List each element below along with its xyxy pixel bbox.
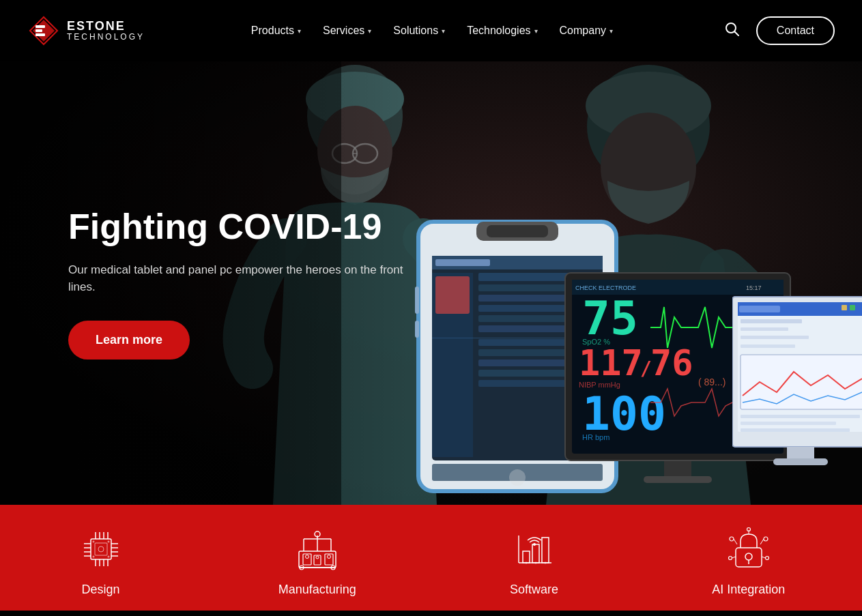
chevron-down-icon: ▾ [298,27,301,35]
svg-rect-5 [35,33,45,36]
svg-text:76: 76 [650,342,693,383]
svg-rect-81 [773,458,828,465]
svg-point-134 [764,537,768,541]
svg-rect-28 [435,276,470,314]
learn-more-label: Learn more [96,333,162,347]
chart-icon [511,525,558,573]
svg-rect-43 [415,287,419,314]
brand-name-line2: TECHNOLOGY [67,33,145,42]
nav-item-products[interactable]: Products ▾ [242,19,311,42]
svg-rect-112 [314,555,321,565]
ai-integration-label: AI Integration [712,583,785,597]
svg-point-102 [107,541,109,543]
nav-link-technologies[interactable]: Technologies ▾ [457,19,547,42]
svg-point-130 [745,553,752,560]
chevron-down-icon: ▾ [442,27,445,35]
design-icon [77,525,125,573]
nav-label-solutions: Solutions [393,25,438,37]
ai-integration-icon [725,525,773,573]
svg-point-125 [533,543,536,546]
contact-button[interactable]: Contact [756,16,835,45]
svg-point-103 [92,556,94,558]
nav-link-company[interactable]: Company ▾ [550,19,622,42]
svg-point-42 [509,469,526,486]
service-item-ai-integration[interactable]: AI Integration [712,525,785,597]
logo[interactable]: ESTONE TECHNOLOGY [27,14,145,47]
chevron-down-icon: ▾ [534,27,538,35]
nav-label-technologies: Technologies [467,25,530,37]
svg-point-116 [327,555,330,559]
svg-point-126 [525,562,527,564]
svg-rect-3 [35,25,45,28]
svg-text:117: 117 [579,342,643,383]
svg-rect-74 [741,344,795,348]
svg-rect-73 [741,336,809,339]
svg-point-138 [765,557,768,560]
svg-rect-72 [741,327,788,331]
learn-more-button[interactable]: Learn more [68,321,190,360]
svg-rect-79 [741,428,850,432]
nav-label-products: Products [251,25,294,37]
svg-point-132 [730,537,734,541]
nav-link-services[interactable]: Services ▾ [313,19,381,42]
logo-text: ESTONE TECHNOLOGY [67,20,145,42]
svg-rect-77 [741,415,860,418]
chevron-down-icon: ▾ [609,27,613,35]
svg-text:( 89...): ( 89...) [698,377,725,387]
chevron-down-icon: ▾ [368,27,371,35]
factory-icon [293,525,341,573]
service-item-software[interactable]: Software [510,525,558,597]
hero-content: Fighting COVID-19 Our medical tablet and… [68,207,410,360]
nav-link-solutions[interactable]: Solutions ▾ [384,19,455,42]
contact-label: Contact [777,25,814,36]
service-item-manufacturing[interactable]: Manufacturing [278,525,356,597]
svg-line-139 [762,557,766,558]
svg-line-7 [734,31,738,35]
svg-point-128 [544,562,546,564]
nav-label-company: Company [560,25,606,37]
service-item-design[interactable]: Design [77,525,125,597]
nav-item-services[interactable]: Services ▾ [313,19,381,42]
svg-rect-111 [303,554,311,565]
nav-link-products[interactable]: Products ▾ [242,19,311,42]
svg-line-133 [734,539,737,544]
search-icon [725,22,740,37]
svg-rect-23 [487,225,548,237]
svg-rect-70 [850,305,855,310]
nav-item-technologies[interactable]: Technologies ▾ [457,19,547,42]
svg-text:HR bpm: HR bpm [582,433,609,441]
navbar: ESTONE TECHNOLOGY Products ▾ Services ▾ … [0,0,862,61]
svg-point-136 [728,557,732,560]
svg-point-114 [305,555,308,559]
panel-pc [732,293,862,471]
svg-rect-122 [523,551,530,563]
hero-devices: CHECK ELECTRODE 15:17 75 SpO2 % 117 / 76… [398,109,862,505]
lock-icon [725,525,773,573]
svg-point-127 [534,562,536,564]
nav-item-company[interactable]: Company ▾ [550,19,622,42]
manufacturing-icon [293,525,341,573]
chip-icon [77,525,125,573]
nav-right: Contact [719,16,835,45]
svg-rect-4 [35,29,42,32]
svg-point-100 [98,546,104,552]
svg-point-101 [92,541,94,543]
hero-section: Fighting COVID-19 Our medical tablet and… [0,61,862,505]
svg-rect-68 [739,306,780,312]
services-bar: Design [0,505,862,611]
hero-subtitle: Our medical tablet and panel pc empower … [68,261,410,296]
design-label: Design [82,583,120,597]
svg-rect-44 [415,321,419,338]
svg-rect-26 [435,259,490,266]
svg-rect-124 [542,538,549,563]
search-button[interactable] [719,19,745,43]
svg-rect-113 [325,554,333,565]
software-icon [511,525,558,573]
nav-links: Products ▾ Services ▾ Solutions ▾ Techno… [242,19,622,42]
logo-icon [27,14,60,47]
svg-point-104 [107,556,109,558]
nav-item-solutions[interactable]: Solutions ▾ [384,19,455,42]
svg-rect-71 [741,319,802,323]
hero-title: Fighting COVID-19 [68,207,410,248]
svg-rect-31 [478,295,574,302]
